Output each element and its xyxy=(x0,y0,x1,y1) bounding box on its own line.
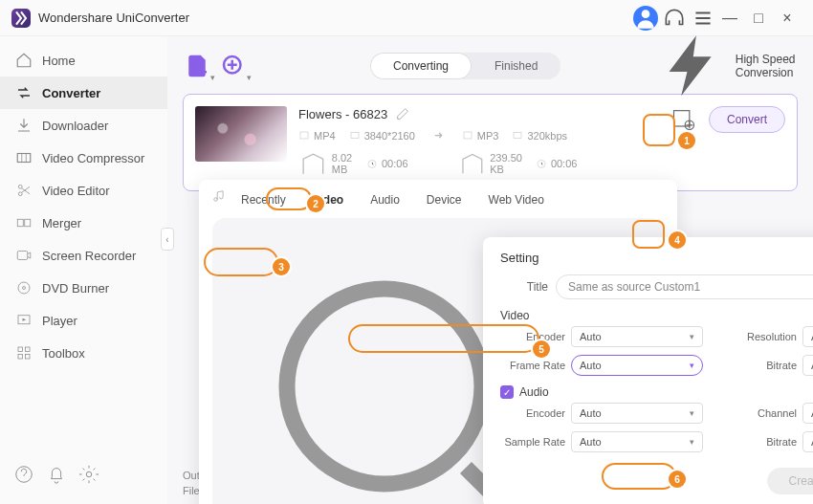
svg-rect-23 xyxy=(673,111,689,126)
tab-finished[interactable]: Finished xyxy=(472,53,560,79)
sidebar-item-converter[interactable]: Converter xyxy=(0,77,167,109)
svg-rect-12 xyxy=(18,355,23,360)
sidebar-item-player[interactable]: Player xyxy=(0,304,167,337)
collapse-handle[interactable]: ‹ xyxy=(161,228,174,251)
video-bitrate-select[interactable]: Auto▾ xyxy=(802,355,813,376)
sidebar-item-recorder[interactable]: Screen Recorder xyxy=(0,239,167,272)
svg-point-15 xyxy=(86,471,92,477)
resolution-select[interactable]: Auto▾ xyxy=(802,326,813,347)
svg-rect-13 xyxy=(26,355,31,360)
tab-converting[interactable]: Converting xyxy=(370,53,472,79)
output-settings-button[interactable] xyxy=(670,106,697,133)
svg-rect-11 xyxy=(26,347,31,352)
svg-rect-19 xyxy=(464,132,472,139)
channel-select[interactable]: Auto▾ xyxy=(802,403,813,424)
sidebar-item-label: Video Editor xyxy=(42,184,110,198)
svg-rect-5 xyxy=(25,219,31,227)
compress-icon xyxy=(15,149,33,166)
app-title: Wondershare UniConverter xyxy=(38,11,189,25)
help-icon[interactable] xyxy=(13,464,34,485)
tab-recently[interactable]: Recently xyxy=(230,189,297,210)
video-encoder-select[interactable]: Auto▾ xyxy=(571,326,703,347)
sidebar-item-compressor[interactable]: Video Compressor xyxy=(0,142,167,174)
minimize-button[interactable]: — xyxy=(715,6,744,31)
svg-point-2 xyxy=(18,185,22,188)
audio-section-label: Audio xyxy=(519,385,549,399)
frame-rate-select[interactable]: Auto▾ xyxy=(571,355,703,376)
audio-checkbox[interactable]: ✓ xyxy=(500,385,514,399)
menu-icon[interactable] xyxy=(691,6,715,31)
sidebar-item-label: Home xyxy=(42,54,76,68)
svg-point-0 xyxy=(642,10,650,18)
sidebar-item-label: Player xyxy=(42,314,77,328)
tab-webvideo[interactable]: Web Video xyxy=(477,189,556,210)
merge-icon xyxy=(15,214,33,231)
sidebar-item-home[interactable]: Home xyxy=(0,44,167,77)
svg-rect-1 xyxy=(17,154,31,163)
settings-icon[interactable] xyxy=(78,464,99,485)
add-file-button[interactable]: ▾ xyxy=(183,52,211,80)
maximize-button[interactable]: □ xyxy=(744,6,773,31)
setting-heading: Setting xyxy=(500,251,813,265)
user-icon[interactable] xyxy=(633,6,658,31)
title-input[interactable] xyxy=(556,274,813,299)
convert-button[interactable]: Convert xyxy=(709,106,785,133)
item-title: Flowers - 66823 xyxy=(298,107,387,121)
bell-icon[interactable] xyxy=(46,464,67,485)
home-icon xyxy=(15,52,33,69)
tab-device[interactable]: Device xyxy=(415,189,473,210)
sidebar-item-toolbox[interactable]: Toolbox xyxy=(0,337,167,369)
svg-rect-18 xyxy=(351,133,359,139)
create-button[interactable]: Create xyxy=(767,468,813,494)
sidebar-item-label: Video Compressor xyxy=(42,151,144,165)
svg-point-3 xyxy=(18,192,22,196)
edit-title-icon[interactable] xyxy=(395,106,410,121)
status-tabs: Converting Finished xyxy=(370,53,560,79)
scissors-icon xyxy=(15,182,33,199)
sidebar: Home Converter Downloader Video Compress… xyxy=(0,36,167,504)
add-url-button[interactable]: ▾ xyxy=(219,52,248,80)
sidebar-item-label: Toolbox xyxy=(42,346,85,361)
svg-rect-4 xyxy=(17,219,23,227)
svg-rect-20 xyxy=(514,133,521,139)
svg-rect-17 xyxy=(300,132,308,139)
media-item-card: Flowers - 66823 MP4 3840*2160 ➜ MP3 320k… xyxy=(183,94,798,191)
disc-icon xyxy=(15,279,33,296)
sidebar-item-label: Screen Recorder xyxy=(42,249,136,263)
sample-rate-select[interactable]: Auto▾ xyxy=(571,431,703,452)
sidebar-item-label: Downloader xyxy=(42,119,108,133)
thumbnail[interactable] xyxy=(195,106,287,162)
play-icon xyxy=(15,312,33,329)
arrow-icon: ➜ xyxy=(434,129,443,142)
audio-encoder-select[interactable]: Auto▾ xyxy=(571,403,703,424)
audio-bitrate-select[interactable]: Auto▾ xyxy=(802,431,813,452)
sidebar-item-label: Merger xyxy=(42,216,81,230)
music-icon xyxy=(212,189,226,203)
grid-icon xyxy=(15,344,33,362)
sidebar-item-editor[interactable]: Video Editor xyxy=(0,174,167,207)
record-icon xyxy=(15,247,33,264)
headset-icon[interactable] xyxy=(662,6,687,31)
close-button[interactable]: × xyxy=(773,6,802,31)
svg-point-7 xyxy=(18,282,30,294)
sidebar-item-label: DVD Burner xyxy=(42,281,109,296)
svg-rect-6 xyxy=(17,252,28,260)
svg-point-8 xyxy=(23,287,26,290)
tab-audio[interactable]: Audio xyxy=(359,189,411,210)
sidebar-item-dvd[interactable]: DVD Burner xyxy=(0,272,167,304)
sidebar-item-downloader[interactable]: Downloader xyxy=(0,109,167,142)
svg-point-25 xyxy=(287,289,482,484)
title-label: Title xyxy=(500,280,548,294)
sidebar-item-label: Converter xyxy=(42,86,100,100)
toolbar: ▾ ▾ Converting Finished High Speed Conve… xyxy=(183,48,798,84)
content-area: ‹ ▾ ▾ Converting Finished High Speed Con… xyxy=(167,36,813,504)
setting-popup: Setting × Title Video EncoderAuto▾ Resol… xyxy=(483,237,813,504)
highspeed-toggle[interactable]: High Speed Conversion xyxy=(657,30,798,102)
app-logo xyxy=(11,9,31,28)
svg-rect-10 xyxy=(18,347,23,352)
download-icon xyxy=(15,117,33,134)
sidebar-item-merger[interactable]: Merger xyxy=(0,207,167,239)
video-section-label: Video xyxy=(500,309,813,322)
highspeed-label: High Speed Conversion xyxy=(736,53,798,79)
converter-icon xyxy=(15,84,33,101)
